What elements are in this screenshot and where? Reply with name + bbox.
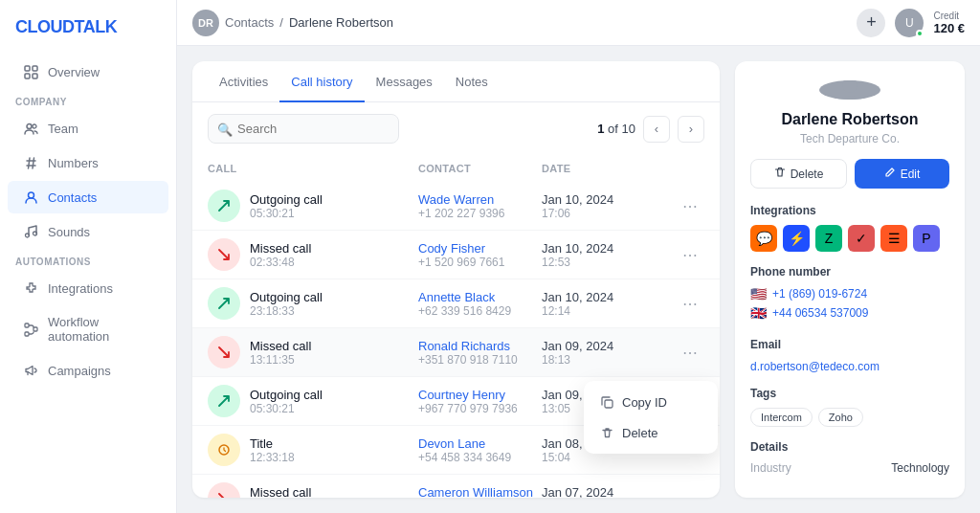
phone-entry-2: 🇬🇧 +44 06534 537009 [750, 305, 949, 321]
details-value-industry: Technology [891, 461, 949, 475]
delete-menu-item[interactable]: Delete [590, 417, 712, 448]
more-options-button[interactable]: ⋯ [676, 193, 704, 219]
prev-page-button[interactable]: ‹ [643, 116, 670, 143]
contact-name[interactable]: Courtney Henry [418, 388, 542, 402]
more-options-button[interactable]: ⋯ [676, 242, 704, 268]
search-input[interactable] [208, 114, 399, 144]
tab-notes[interactable]: Notes [444, 61, 500, 102]
tab-messages[interactable]: Messages [365, 61, 444, 102]
svg-point-5 [33, 124, 36, 128]
call-cell: Outgoing call 23:18:33 [208, 287, 418, 320]
tag-zoho[interactable]: Zoho [818, 408, 863, 427]
sidebar-item-overview[interactable]: Overview [8, 56, 168, 88]
call-type: Outgoing call [250, 290, 323, 304]
call-duration: 02:33:48 [250, 256, 311, 269]
call-type: Outgoing call [250, 192, 323, 207]
sidebar-item-numbers-label: Numbers [48, 156, 99, 170]
call-type: Missed call [250, 241, 311, 256]
more-options-button[interactable]: ⋯ [676, 291, 704, 317]
contact-name[interactable]: Annette Black [418, 290, 542, 304]
sidebar: CLOUDTALK Overview Company Team [0, 0, 177, 513]
sidebar-item-integrations[interactable]: Integrations [8, 272, 168, 304]
contact-phone: +967 770 979 7936 [418, 402, 542, 415]
svg-rect-10 [33, 327, 37, 331]
svg-rect-11 [25, 332, 29, 336]
megaphone-icon [23, 363, 38, 378]
call-cell: Missed call 13:11:35 [208, 482, 418, 498]
breadcrumb-avatar: DR [192, 10, 219, 36]
contact-name[interactable]: Cody Fisher [418, 241, 542, 256]
breadcrumb-parent: Contacts [225, 15, 274, 30]
outgoing-call-icon [208, 287, 240, 320]
phone-section-title: Phone number [750, 265, 949, 279]
phone-entry-1: 🇺🇸 +1 (869) 019-6724 [750, 286, 949, 301]
user-avatar[interactable]: U [895, 9, 924, 37]
contact-panel: Darlene Robertson Tech Departure Co. Del… [735, 61, 965, 498]
contact-name[interactable]: Wade Warren [418, 192, 542, 207]
sidebar-item-numbers[interactable]: Numbers [8, 146, 168, 179]
users-icon [23, 121, 38, 136]
next-page-button[interactable]: › [678, 116, 704, 143]
integration-icon-4[interactable]: ✓ [848, 225, 875, 252]
col-date: Date [542, 159, 676, 178]
sidebar-item-team-label: Team [48, 122, 78, 136]
table-row: Outgoing call 05:30:21 Courtney Henry +9… [192, 377, 720, 426]
contact-phone: +54 458 334 3649 [418, 451, 542, 464]
add-button[interactable]: + [857, 9, 885, 37]
call-cell: Missed call 13:11:35 [208, 336, 418, 368]
page-of: of [608, 122, 621, 136]
call-duration: 23:18:33 [250, 304, 323, 318]
delete-label: Delete [622, 426, 658, 440]
svg-rect-1 [33, 66, 37, 71]
sidebar-item-campaigns[interactable]: Campaigns [8, 354, 168, 387]
integration-icon-5[interactable]: ☰ [880, 225, 907, 252]
copy-id-menu-item[interactable]: Copy ID [590, 387, 712, 417]
delete-contact-button[interactable]: Delete [750, 159, 847, 189]
edit-contact-button[interactable]: Edit [855, 159, 949, 189]
sidebar-item-workflow-label: Workflow automation [48, 315, 153, 344]
grid-icon [23, 64, 38, 79]
integration-icon-6[interactable]: P [913, 225, 940, 252]
sidebar-item-contacts[interactable]: Contacts [8, 181, 168, 213]
search-bar: 🔍 1 of 10 ‹ › [192, 102, 720, 155]
call-duration: 05:30:21 [250, 402, 323, 415]
more-options-button[interactable]: ⋯ [676, 486, 704, 499]
contact-phone: +62 339 516 8429 [418, 304, 542, 318]
title-call-icon [208, 434, 240, 466]
contact-name[interactable]: Ronald Richards [418, 339, 542, 353]
call-duration: 05:30:21 [250, 207, 323, 220]
search-input-wrap: 🔍 [208, 114, 399, 144]
phone-section: Phone number 🇺🇸 +1 (869) 019-6724 🇬🇧 +44… [750, 265, 949, 324]
sidebar-item-team[interactable]: Team [8, 112, 168, 145]
breadcrumb: DR Contacts / Darlene Robertson [192, 10, 393, 36]
more-options-button[interactable]: ⋯ [676, 340, 704, 366]
topbar-right: + U Credit 120 € [857, 9, 965, 37]
details-label-industry: Industry [750, 461, 791, 475]
table-row: Missed call 13:11:35 Ronald Richards +35… [192, 328, 720, 377]
contact-name[interactable]: Cameron Williamson [418, 485, 542, 499]
contact-name[interactable]: Devon Lane [418, 436, 542, 451]
tags-section: Tags Intercom Zoho [750, 387, 949, 427]
call-cell: Title 12:33:18 [208, 434, 418, 466]
details-row-industry: Industry Technology [750, 461, 949, 475]
sidebar-item-sounds[interactable]: Sounds [8, 215, 168, 248]
integration-icon-3[interactable]: Z [815, 225, 842, 252]
online-status-dot [916, 30, 924, 37]
integration-icon-1[interactable]: 💬 [750, 225, 777, 252]
tab-activities[interactable]: Activities [208, 61, 279, 102]
tag-intercom[interactable]: Intercom [750, 408, 813, 427]
automations-section-label: Automations [0, 249, 176, 271]
sidebar-item-contacts-label: Contacts [48, 190, 97, 205]
table-row: Outgoing call 23:18:33 Annette Black +62… [192, 279, 720, 328]
phone-number-1[interactable]: +1 (869) 019-6724 [772, 287, 867, 301]
copy-id-label: Copy ID [622, 395, 667, 410]
contact-phone: +1 520 969 7661 [418, 256, 542, 269]
call-time: 18:13 [542, 353, 676, 367]
contact-phone: +1 202 227 9396 [418, 207, 542, 220]
tab-call-history[interactable]: Call history [279, 61, 364, 102]
email-address[interactable]: d.robertson@tedeco.com [750, 360, 880, 373]
integration-icon-2[interactable]: ⚡ [783, 225, 810, 252]
sidebar-item-workflow[interactable]: Workflow automation [8, 306, 168, 352]
phone-number-2[interactable]: +44 06534 537009 [772, 306, 868, 320]
page-total: 10 [622, 122, 635, 136]
